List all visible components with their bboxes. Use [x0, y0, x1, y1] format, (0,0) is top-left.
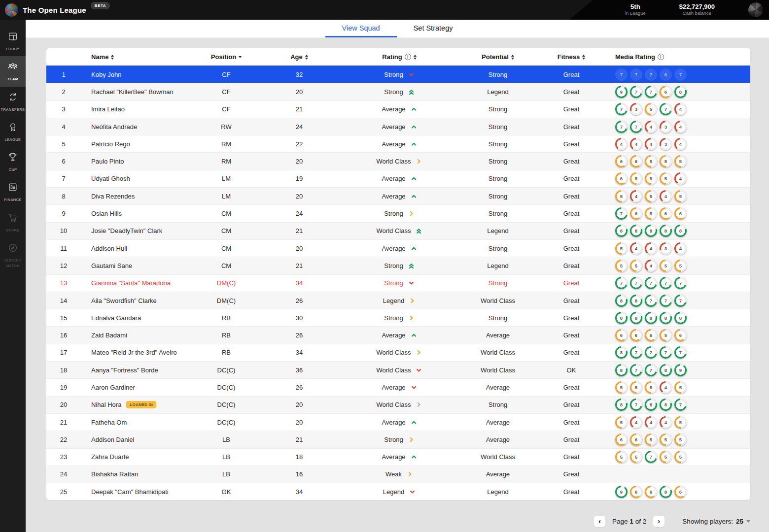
- table-row[interactable]: 4Neófita AndradeRW24AverageStrongGreat77…: [46, 118, 750, 135]
- prev-page-button[interactable]: ‹: [594, 516, 605, 527]
- sidebar-item-finance[interactable]: FINANCE: [0, 177, 26, 207]
- table-row[interactable]: 12Gautami SaneCM21StrongLegendGreat55455: [46, 257, 750, 274]
- rating-label: Average: [382, 419, 405, 426]
- media-rating-donut: 9: [674, 364, 687, 376]
- table-row[interactable]: 11Addison HullCM20AverageStrongGreat5443…: [46, 239, 750, 257]
- player-potential: World Class: [463, 349, 532, 356]
- sidebar-item-cup[interactable]: CUP: [0, 147, 26, 177]
- media-rating-donut: 5: [645, 381, 657, 394]
- header-age[interactable]: Age: [263, 53, 335, 61]
- loaned-in-badge: LOANED IN: [126, 401, 156, 408]
- player-index: 16: [46, 332, 81, 339]
- table-row[interactable]: 7Udyati GhoshLM19AverageStrongGreat65554: [46, 170, 750, 187]
- media-rating-donut: 8: [615, 225, 628, 237]
- media-rating-value: 6: [617, 435, 626, 444]
- table-row[interactable]: 17Mateo "Reid Jr the 3rd" AveiroRB34Worl…: [46, 344, 750, 361]
- player-rating: World Class: [335, 366, 463, 374]
- media-rating-value: 8: [646, 400, 656, 409]
- player-name: Aila "Swordfish" Clarke: [81, 297, 189, 304]
- trend-right-icon: [407, 471, 413, 477]
- table-row[interactable]: 3Imira LeitaoCF21AverageStrongGreat73574: [46, 100, 750, 118]
- media-rating-value: 8: [631, 226, 641, 235]
- media-rating-donut: 3: [630, 103, 642, 115]
- table-row[interactable]: 10Josie "DeadlyTwin" ClarkCM21World Clas…: [46, 222, 750, 239]
- player-index: 12: [46, 262, 81, 269]
- player-name: Rachael "KillerBee" Bowman: [81, 88, 189, 96]
- user-avatar[interactable]: [748, 2, 763, 17]
- player-age: 36: [263, 366, 335, 374]
- showing-players-dropdown[interactable]: Showing players: 25: [682, 518, 750, 525]
- info-icon[interactable]: i: [658, 54, 664, 60]
- header-rating[interactable]: Rating i: [335, 53, 463, 61]
- trend-double-up-icon: [408, 89, 415, 95]
- table-row[interactable]: 20Nihal HoraLOANED INDC(C)20World ClassS…: [46, 396, 750, 413]
- table-row[interactable]: 5Patrício RegoRM22AverageStrongGreat4443…: [46, 135, 750, 152]
- table-row[interactable]: 18Aanya "Fortress" BordeDC(C)36World Cla…: [46, 361, 750, 378]
- media-rating-donut: 4: [630, 190, 642, 202]
- table-row[interactable]: 9Osian HillsCM24StrongStrongGreat76566: [46, 204, 750, 222]
- media-rating-value: 4: [631, 139, 641, 149]
- table-row[interactable]: 21Fatheha OmDC(C)20AverageAverageGreat54…: [46, 413, 750, 431]
- sidebar-item-label: LEAGUE: [5, 137, 21, 142]
- media-rating-value: 4: [676, 174, 685, 183]
- info-icon[interactable]: i: [405, 54, 411, 60]
- table-row[interactable]: 8Diva RezendesLM20AverageStrongGreat5454…: [46, 187, 750, 204]
- player-age: 34: [263, 349, 335, 356]
- player-age: 16: [263, 470, 335, 478]
- player-age: 30: [263, 314, 335, 322]
- table-row[interactable]: 19Aaron GardinerDC(C)26AverageAverageGre…: [46, 378, 750, 396]
- player-name: Ednalva Gandara: [81, 314, 189, 322]
- sidebar-item-transfers[interactable]: TRANSFERS: [0, 87, 26, 117]
- next-page-button[interactable]: ›: [653, 516, 664, 527]
- player-media-ratings: 65554: [610, 172, 750, 185]
- table-row[interactable]: 22Addison DanielLB21StrongAverageGreat66…: [46, 431, 750, 448]
- media-rating-value: 5: [676, 157, 685, 166]
- media-rating-donut: 5: [674, 416, 687, 429]
- table-row[interactable]: 2Rachael "KillerBee" BowmanCF20StrongLeg…: [46, 83, 750, 100]
- table-row[interactable]: 16Zaid BadamiRB26AverageAverageGreat6665…: [46, 326, 750, 343]
- header-position[interactable]: Position: [189, 53, 263, 61]
- media-rating-donut: 6: [630, 155, 642, 167]
- player-media-ratings: 77767: [610, 68, 750, 81]
- rating-label: Average: [382, 140, 405, 148]
- media-rating-value: 5: [661, 261, 670, 270]
- table-row[interactable]: 13Giannina "Santa" MaradonaDM(C)34Strong…: [46, 274, 750, 292]
- header-name[interactable]: Name: [81, 53, 189, 61]
- media-rating-value: 4: [676, 139, 685, 149]
- table-row[interactable]: 23Zahra DuarteLB18AverageWorld ClassGrea…: [46, 448, 750, 466]
- table-row[interactable]: 15Ednalva GandaraRB30StrongStrongGreat88…: [46, 309, 750, 326]
- player-potential: Strong: [463, 71, 532, 78]
- table-row[interactable]: 14Aila "Swordfish" ClarkeDM(C)26LegendWo…: [46, 292, 750, 309]
- tab-view-squad[interactable]: View Squad: [325, 20, 397, 37]
- player-potential: Strong: [463, 279, 532, 287]
- player-media-ratings: 87789: [610, 364, 750, 376]
- sidebar-item-lobby[interactable]: LOBBY: [0, 26, 26, 56]
- media-rating-value: 4: [631, 192, 641, 201]
- tab-set-strategy[interactable]: Set Strategy: [397, 20, 470, 37]
- table-row[interactable]: 6Paulo PintoRM20World ClassStrongGreat66…: [46, 152, 750, 169]
- header-potential[interactable]: Potential: [463, 53, 532, 61]
- media-rating-value: 5: [676, 435, 685, 444]
- media-rating-value: 4: [676, 122, 685, 132]
- media-rating-value: 4: [646, 122, 656, 132]
- media-rating-donut: 4: [645, 242, 657, 255]
- media-rating-donut: 6: [630, 329, 642, 341]
- media-rating-donut: 4: [674, 172, 687, 185]
- media-rating-value: 8: [676, 226, 685, 235]
- media-rating-value: 8: [661, 226, 670, 235]
- sidebar-item-team[interactable]: TEAM: [0, 56, 26, 86]
- table-row[interactable]: 1Koby JohnCF32StrongStrongGreat77767: [46, 66, 750, 83]
- sidebar-item-league[interactable]: LEAGUE: [0, 117, 26, 147]
- media-rating-donut: 6: [630, 207, 642, 220]
- media-rating-value: 4: [617, 139, 626, 149]
- media-rating-value: 7: [661, 278, 670, 288]
- media-rating-donut: 3: [660, 242, 672, 255]
- table-row[interactable]: 24Bishakha RattanLB16WeakAverageGreat: [46, 466, 750, 483]
- table-row[interactable]: 25Deepak "Cam" BhamidipatiGK34LegendLege…: [46, 483, 750, 500]
- media-rating-value: 5: [631, 452, 641, 462]
- media-rating-donut: 5: [674, 260, 687, 272]
- header-fitness[interactable]: Fitness: [532, 53, 610, 61]
- media-rating-value: 9: [617, 87, 626, 97]
- rating-label: World Class: [377, 349, 411, 356]
- player-rating: World Class: [335, 227, 463, 234]
